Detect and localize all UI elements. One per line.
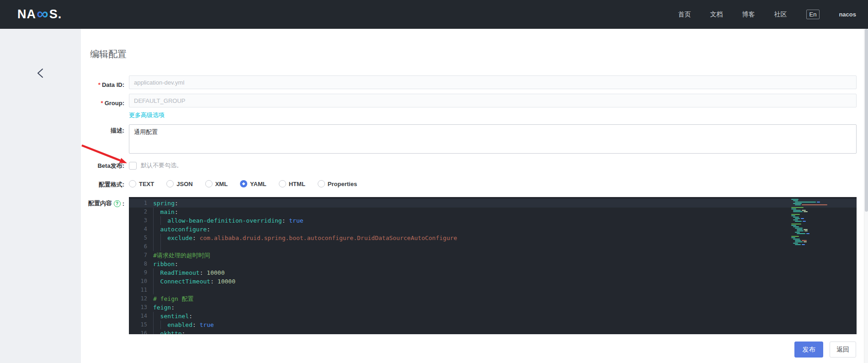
line-number: 14 xyxy=(129,312,147,320)
indent-guide xyxy=(153,216,160,225)
format-radio-xml[interactable]: XML xyxy=(205,180,228,187)
minimap-row xyxy=(791,226,835,227)
group-label: *Group: xyxy=(81,96,124,110)
minimap-row xyxy=(791,240,835,241)
line-number: 11 xyxy=(129,286,147,294)
radio-circle-icon[interactable] xyxy=(166,180,174,187)
radio-circle-icon[interactable] xyxy=(240,180,247,187)
beta-publish-label: Beta发布: xyxy=(81,162,124,170)
minimap-row xyxy=(791,206,835,207)
publish-button[interactable]: 发布 xyxy=(794,342,823,358)
line-number: 9 xyxy=(129,268,147,277)
navbar-right: 首页文档博客社区 En nacos xyxy=(678,10,856,19)
nav-link-2[interactable]: 博客 xyxy=(742,11,755,19)
nav-link-1[interactable]: 文档 xyxy=(710,11,723,19)
minimap-row xyxy=(791,202,835,203)
indent-guide xyxy=(153,225,160,234)
nacos-logo[interactable]: NA∞S. xyxy=(17,7,62,21)
radio-circle-icon[interactable] xyxy=(129,180,136,187)
radio-circle-icon[interactable] xyxy=(205,180,213,187)
format-radio-properties[interactable]: Properties xyxy=(318,180,357,187)
indent-guide xyxy=(153,277,160,286)
line-number: 3 xyxy=(129,216,147,225)
code-line-15: 15enabled: true xyxy=(129,320,857,329)
config-content-editor[interactable]: 1spring:2main:3allow-bean-definition-ove… xyxy=(129,197,857,334)
minimap-row xyxy=(791,217,835,218)
radio-label: JSON xyxy=(176,181,192,187)
return-button[interactable]: 返回 xyxy=(830,342,856,358)
minimap-row xyxy=(791,208,835,209)
minimap-row xyxy=(791,218,835,219)
minimap-row xyxy=(791,239,835,240)
line-number: 16 xyxy=(129,329,147,334)
beta-hint-text: 默认不要勾选。 xyxy=(141,161,182,170)
format-radio-yaml[interactable]: YAML xyxy=(240,180,266,187)
line-number: 12 xyxy=(129,294,147,303)
format-radio-json[interactable]: JSON xyxy=(166,180,192,187)
logo-text-suffix: S. xyxy=(49,7,62,21)
config-format-radio-group: TEXTJSONXMLYAMLHTMLProperties xyxy=(129,180,357,187)
minimap-row xyxy=(791,224,835,224)
radio-circle-icon[interactable] xyxy=(318,180,325,187)
page-scrollbar-thumb[interactable] xyxy=(865,29,868,212)
line-number: 5 xyxy=(129,234,147,242)
line-number: 7 xyxy=(129,251,147,260)
radio-circle-icon[interactable] xyxy=(279,180,286,187)
code-line-3: 3allow-bean-definition-overriding: true xyxy=(129,216,857,225)
radio-label: YAML xyxy=(250,181,266,187)
minimap-row xyxy=(791,241,835,242)
nav-link-0[interactable]: 首页 xyxy=(678,11,691,19)
indent-guide xyxy=(153,234,160,242)
line-number: 13 xyxy=(129,303,147,312)
minimap-row xyxy=(791,229,835,230)
config-content-label: 配置内容 xyxy=(88,199,112,208)
format-radio-html[interactable]: HTML xyxy=(279,180,305,187)
more-advanced-options-link[interactable]: 更多高级选项 xyxy=(129,111,165,119)
beta-checkbox[interactable] xyxy=(129,162,137,170)
minimap-row xyxy=(791,232,835,233)
language-toggle-button[interactable]: En xyxy=(806,10,820,19)
radio-label: XML xyxy=(215,181,228,187)
radio-label: Properties xyxy=(328,181,357,187)
editor-minimap[interactable] xyxy=(791,199,835,246)
minimap-row xyxy=(791,219,835,220)
help-question-icon[interactable]: ? xyxy=(114,200,121,207)
line-number: 6 xyxy=(129,242,147,251)
format-radio-text[interactable]: TEXT xyxy=(129,180,154,187)
minimap-row xyxy=(791,211,835,212)
description-textarea[interactable] xyxy=(129,124,857,154)
minimap-row xyxy=(791,235,835,235)
config-content-label-wrap: 配置内容 ? : xyxy=(81,199,124,208)
left-sidebar xyxy=(0,29,81,363)
indent-guide xyxy=(153,268,160,277)
line-number: 8 xyxy=(129,260,147,268)
line-number: 15 xyxy=(129,320,147,329)
minimap-row xyxy=(791,233,835,234)
code-line-5: 5exclude: com.alibaba.druid.spring.boot.… xyxy=(129,234,857,242)
code-line-7: 7#请求处理的超时时间 xyxy=(129,251,857,260)
data-id-input[interactable] xyxy=(129,75,857,89)
nav-link-3[interactable]: 社区 xyxy=(774,11,787,19)
code-line-13: 13feign: xyxy=(129,303,857,312)
indent-guide xyxy=(160,320,168,329)
radio-label: TEXT xyxy=(139,181,154,187)
minimap-row xyxy=(791,237,835,238)
page-scrollbar[interactable] xyxy=(864,29,868,363)
minimap-row xyxy=(791,203,835,204)
description-label: 描述: xyxy=(81,127,124,135)
indent-guide xyxy=(153,320,160,329)
minimap-row xyxy=(791,200,835,201)
username-menu[interactable]: nacos xyxy=(839,11,856,18)
code-line-6: 6 xyxy=(129,242,857,251)
code-line-10: 10ConnectTimeout: 10000 xyxy=(129,277,857,286)
config-format-label: 配置格式: xyxy=(81,181,124,189)
code-line-4: 4autoconfigure: xyxy=(129,225,857,234)
group-input[interactable] xyxy=(129,94,857,107)
code-line-14: 14sentinel: xyxy=(129,312,857,320)
main-content: 编辑配置 *Data ID: *Group: 更多高级选项 描述: Beta发布… xyxy=(81,29,868,363)
line-number: 10 xyxy=(129,277,147,286)
back-chevron-icon[interactable] xyxy=(34,66,48,80)
code-line-11: 11 xyxy=(129,286,857,294)
radio-label: HTML xyxy=(289,181,305,187)
minimap-row xyxy=(791,214,835,215)
